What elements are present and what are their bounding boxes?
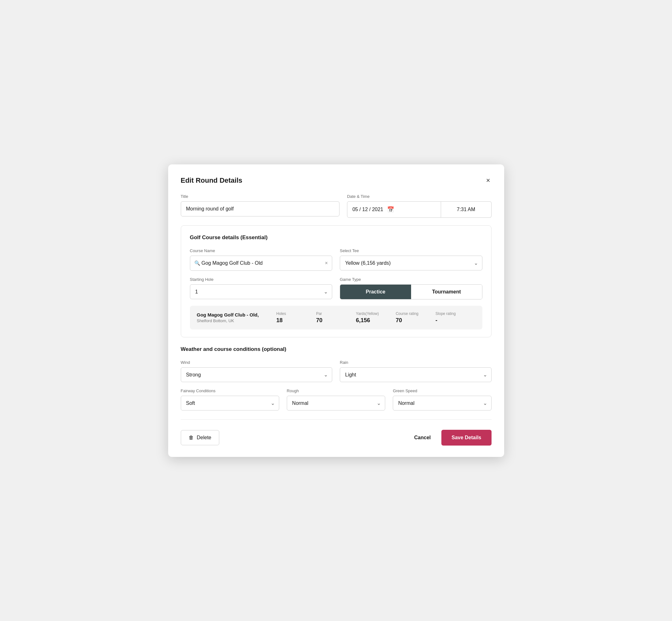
starting-hole-label: Starting Hole [190, 277, 333, 282]
search-icon: 🔍 [194, 260, 200, 266]
rough-label: Rough [287, 388, 385, 393]
rain-label: Rain [340, 360, 492, 365]
practice-button[interactable]: Practice [340, 285, 411, 299]
wind-label: Wind [181, 360, 333, 365]
select-tee-group: Select Tee Yellow (6,156 yards) ⌄ [340, 248, 482, 271]
time-box[interactable]: 7:31 AM [441, 201, 492, 218]
slope-rating-value: - [435, 317, 437, 324]
footer-separator [181, 419, 492, 420]
yards-stat: Yards(Yellow) 6,156 [356, 312, 395, 324]
footer-row: 🗑 Delete Cancel Save Details [181, 430, 492, 446]
green-speed-group: Green Speed Normal ⌄ [393, 388, 491, 411]
cancel-button[interactable]: Cancel [411, 430, 434, 445]
starting-hole-wrapper: 1 ⌄ [190, 284, 333, 299]
green-speed-dropdown[interactable]: Normal [393, 396, 491, 411]
course-info-name-block: Gog Magog Golf Club - Old, Shelford Bott… [197, 312, 277, 323]
starting-hole-group: Starting Hole 1 ⌄ [190, 277, 333, 299]
course-rating-label: Course rating [395, 312, 418, 316]
rain-group: Rain Light ⌄ [340, 360, 492, 382]
close-button[interactable]: × [485, 176, 492, 185]
datetime-label: Date & Time [347, 194, 492, 199]
hole-gametype-row: Starting Hole 1 ⌄ Game Type Practice Tou… [190, 277, 482, 299]
delete-button[interactable]: 🗑 Delete [181, 430, 219, 445]
wind-dropdown[interactable]: Strong [181, 367, 333, 382]
wind-wrapper: Strong ⌄ [181, 367, 333, 382]
select-tee-wrapper: Yellow (6,156 yards) ⌄ [340, 256, 482, 271]
fairway-group: Fairway Conditions Soft ⌄ [181, 388, 279, 411]
game-type-toggle: Practice Tournament [340, 284, 482, 299]
title-datetime-row: Title Date & Time 05 / 12 / 2021 📅 7:31 … [181, 194, 492, 218]
course-name-wrapper: 🔍 × [190, 256, 333, 271]
rain-wrapper: Light ⌄ [340, 367, 492, 382]
course-rating-stat: Course rating 70 [395, 312, 435, 324]
course-name-label: Course Name [190, 248, 333, 253]
slope-rating-label: Slope rating [435, 312, 456, 316]
par-stat: Par 70 [316, 312, 356, 324]
par-value: 70 [316, 317, 323, 324]
edit-round-modal: Edit Round Details × Title Date & Time 0… [168, 164, 504, 457]
course-name-group: Course Name 🔍 × [190, 248, 333, 271]
modal-header: Edit Round Details × [181, 176, 492, 185]
date-time-wrapper: 05 / 12 / 2021 📅 7:31 AM [347, 201, 492, 218]
fairway-wrapper: Soft ⌄ [181, 396, 279, 411]
trash-icon: 🗑 [189, 435, 194, 441]
delete-label: Delete [197, 435, 211, 441]
rain-dropdown[interactable]: Light [340, 367, 492, 382]
par-label: Par [316, 312, 322, 316]
yards-label: Yards(Yellow) [356, 312, 379, 316]
title-group: Title [181, 194, 339, 218]
clear-icon[interactable]: × [325, 260, 328, 266]
rough-group: Rough Normal ⌄ [287, 388, 385, 411]
course-info-bar: Gog Magog Golf Club - Old, Shelford Bott… [190, 306, 482, 329]
date-box[interactable]: 05 / 12 / 2021 📅 [347, 201, 441, 218]
holes-value: 18 [277, 317, 283, 324]
title-input[interactable] [181, 201, 339, 216]
rough-wrapper: Normal ⌄ [287, 396, 385, 411]
weather-section: Weather and course conditions (optional)… [181, 346, 492, 411]
holes-label: Holes [277, 312, 286, 316]
wind-group: Wind Strong ⌄ [181, 360, 333, 382]
select-tee-label: Select Tee [340, 248, 482, 253]
select-tee-dropdown[interactable]: Yellow (6,156 yards) [340, 256, 482, 271]
game-type-label: Game Type [340, 277, 482, 282]
calendar-icon: 📅 [387, 206, 394, 213]
starting-hole-dropdown[interactable]: 1 [190, 284, 333, 299]
weather-title: Weather and course conditions (optional) [181, 346, 492, 353]
game-type-group: Game Type Practice Tournament [340, 277, 482, 299]
title-label: Title [181, 194, 339, 199]
tournament-button[interactable]: Tournament [411, 285, 482, 299]
golf-course-title: Golf Course details (Essential) [190, 235, 482, 241]
footer-right: Cancel Save Details [411, 430, 492, 446]
course-rating-value: 70 [395, 317, 402, 324]
fairway-dropdown[interactable]: Soft [181, 396, 279, 411]
wind-rain-row: Wind Strong ⌄ Rain Light ⌄ [181, 360, 492, 382]
course-info-location: Shelford Bottom, UK [197, 318, 277, 323]
course-name-input[interactable] [190, 256, 333, 271]
course-tee-row: Course Name 🔍 × Select Tee Yellow (6,156… [190, 248, 482, 271]
time-value: 7:31 AM [457, 207, 475, 212]
conditions-row: Fairway Conditions Soft ⌄ Rough Normal ⌄ [181, 388, 492, 411]
date-value: 05 / 12 / 2021 [352, 207, 383, 212]
course-info-name: Gog Magog Golf Club - Old, [197, 312, 277, 318]
save-button[interactable]: Save Details [442, 430, 491, 446]
green-speed-label: Green Speed [393, 388, 491, 393]
golf-course-section: Golf Course details (Essential) Course N… [181, 225, 492, 337]
yards-value: 6,156 [356, 317, 370, 324]
holes-stat: Holes 18 [277, 312, 316, 324]
modal-title: Edit Round Details [181, 176, 243, 184]
green-speed-wrapper: Normal ⌄ [393, 396, 491, 411]
slope-rating-stat: Slope rating - [435, 312, 475, 324]
fairway-label: Fairway Conditions [181, 388, 279, 393]
rough-dropdown[interactable]: Normal [287, 396, 385, 411]
datetime-group: Date & Time 05 / 12 / 2021 📅 7:31 AM [347, 194, 492, 218]
